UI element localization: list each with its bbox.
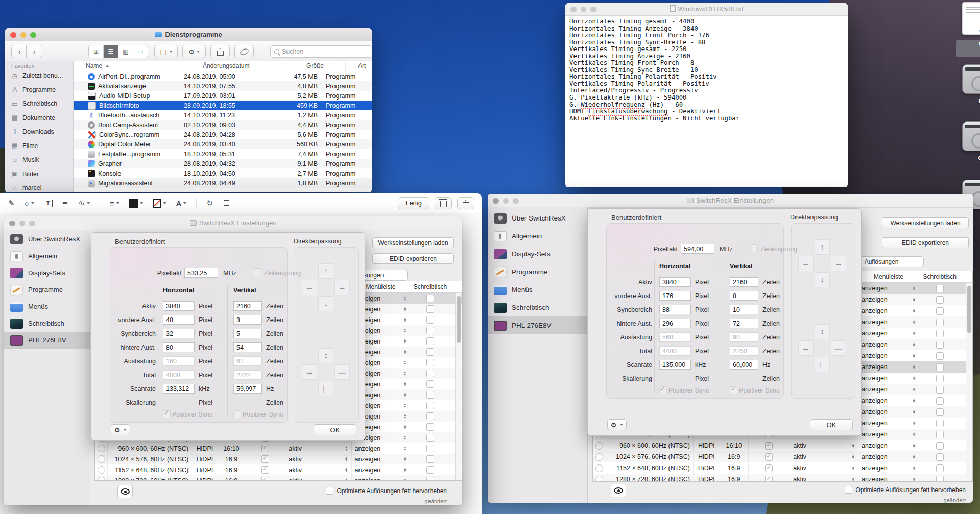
table-row[interactable]: Audio-MIDI-Setup17.09.2019, 03:015,2 MBP…	[74, 91, 372, 101]
sidebar-item--ber-switchresx[interactable]: Über SwitchResX	[488, 209, 587, 227]
stepper-icon[interactable]: ▲▼	[912, 410, 915, 414]
titlebar[interactable]: SwitchResX Einstellungen	[488, 194, 973, 208]
bold-optimized-checkbox[interactable]	[845, 486, 852, 494]
h-scanrate-field[interactable]: 135,000	[659, 360, 691, 370]
resolution-row[interactable]: 960 × 600, 60Hz (NTSC)HiDPI16:10aktiv▲▼a…	[95, 443, 462, 454]
export-edid-button[interactable]: EDID exportieren	[372, 253, 454, 264]
stepper-icon[interactable]: ▲▼	[403, 360, 407, 365]
icon-view-icon[interactable]: ⊞	[89, 45, 104, 58]
sidebar-item[interactable]: AProgramme	[7, 83, 71, 96]
stepper-icon[interactable]: ▲▼	[345, 457, 348, 461]
move-left-button[interactable]: ←	[798, 256, 814, 271]
radio-button[interactable]	[595, 453, 603, 461]
share-button[interactable]	[210, 45, 230, 58]
stepper-icon[interactable]: ▲▼	[852, 444, 855, 448]
ok-button[interactable]: OK	[314, 424, 356, 435]
stepper-icon[interactable]: ▲▼	[912, 455, 915, 459]
column-header-size[interactable]: Größe	[294, 61, 346, 71]
desktop-checkbox[interactable]	[426, 455, 434, 463]
radio-button[interactable]	[98, 445, 105, 452]
h-austastung-field[interactable]: 160	[163, 356, 195, 366]
rotate-icon[interactable]: ↻	[206, 199, 213, 208]
sidebar-item-allgemein[interactable]: Allgemein	[4, 248, 90, 264]
sheet-gear-button[interactable]: ⚙	[607, 419, 627, 430]
v-vordere-aust--field[interactable]: 8	[730, 291, 758, 301]
load-defaults-button[interactable]: Werkseinstellungen laden	[372, 237, 454, 248]
share-button[interactable]	[457, 197, 474, 209]
move-down-button[interactable]: ↓	[318, 296, 333, 311]
stepper-icon[interactable]: ▲▼	[403, 382, 407, 386]
desktop-checkbox[interactable]	[936, 453, 944, 461]
sidebar-item-men-s[interactable]: Menüs	[4, 298, 90, 315]
stepper-icon[interactable]: ▲▼	[403, 478, 407, 481]
stepper-icon[interactable]: ▲▼	[912, 466, 915, 471]
desktop-checkbox[interactable]	[936, 386, 944, 394]
desktop-checkbox[interactable]	[936, 307, 944, 315]
desktop-drive-icon[interactable]	[962, 121, 980, 151]
load-defaults-button[interactable]: Werkseinstellungen laden	[882, 217, 969, 228]
expand-horizontal-button[interactable]: ↔	[302, 364, 317, 380]
table-row[interactable]: AirPort-Di...programm24.08.2019, 05:0047…	[74, 71, 372, 81]
v-total-field[interactable]: 2222	[233, 370, 262, 380]
move-left-button[interactable]: ←	[302, 280, 317, 295]
pixel-clock-field[interactable]: 594,00	[681, 244, 714, 254]
radio-button[interactable]	[98, 455, 105, 463]
fill-color-icon[interactable]	[129, 199, 143, 208]
v-vordere-aust--field[interactable]: 3	[233, 315, 262, 325]
back-button[interactable]: ‹	[11, 45, 28, 58]
table-row[interactable]: Festplatte...programm18.10.2019, 05:317,…	[74, 149, 372, 159]
desktop-checkbox[interactable]	[936, 464, 944, 472]
sidebar-item[interactable]: ⌂marcel	[7, 181, 71, 192]
sidebar-item[interactable]: ▣Bilder	[7, 167, 71, 181]
desktop-checkbox[interactable]	[426, 434, 434, 442]
crop-icon[interactable]	[223, 200, 229, 207]
resolution-row[interactable]: 1152 × 648, 60Hz (NTSC)HiDPI16:9aktiv▲▼a…	[593, 462, 972, 474]
text-window-titlebar[interactable]: Windows10 RX580.txt	[565, 3, 848, 16]
compress-horizontal-button[interactable]: →←	[831, 340, 846, 356]
stepper-icon[interactable]: ▲▼	[912, 421, 915, 426]
group-button[interactable]: ▤	[154, 45, 178, 58]
desktop-checkbox[interactable]	[936, 330, 944, 337]
radio-button[interactable]	[595, 464, 603, 472]
scrollbar[interactable]	[455, 293, 461, 480]
sidebar-item[interactable]: ⇩Downloads	[7, 125, 71, 138]
forward-button[interactable]: ›	[26, 45, 42, 58]
stepper-icon[interactable]: ▲▼	[403, 403, 407, 408]
stepper-icon[interactable]: ▲▼	[912, 387, 915, 392]
v-total-field[interactable]: 2250	[730, 346, 758, 356]
stepper-icon[interactable]: ▲▼	[345, 478, 348, 481]
radio-button[interactable]	[595, 476, 603, 482]
desktop-drive-icon[interactable]	[962, 64, 980, 94]
column-header-kind[interactable]: Art	[346, 61, 372, 71]
ok-button[interactable]: OK	[810, 419, 853, 430]
v-austastung-field[interactable]: 62	[233, 356, 262, 366]
h-vordere-aust--field[interactable]: 176	[659, 291, 691, 301]
move-right-button[interactable]: →	[334, 280, 350, 295]
stepper-icon[interactable]: ▲▼	[403, 371, 407, 376]
compress-vertical-button[interactable]: →←	[318, 381, 333, 396]
desktop-checkbox[interactable]	[426, 466, 434, 474]
desktop-checkbox[interactable]	[426, 359, 434, 366]
stepper-icon[interactable]: ▲▼	[912, 309, 915, 313]
text-box-icon[interactable]: T	[44, 200, 53, 207]
v-scanrate-field[interactable]: 60,000	[730, 360, 758, 370]
highlighter-icon[interactable]: ✒	[62, 199, 69, 208]
active-checkbox[interactable]	[261, 477, 269, 481]
desktop-checkbox[interactable]	[426, 477, 434, 481]
h-austastung-field[interactable]: 560	[659, 332, 691, 342]
desktop-checkbox[interactable]	[426, 445, 434, 452]
resolution-row[interactable]: 1024 × 576, 60Hz (NTSC)HiDPI16:9aktiv▲▼a…	[95, 454, 462, 464]
v-aktiv-field[interactable]: 2160	[730, 277, 758, 287]
desktop-checkbox[interactable]	[936, 319, 944, 326]
stepper-icon[interactable]: ▲▼	[403, 425, 407, 429]
table-row[interactable]: Digital Color Meter24.08.2019, 03:40560 …	[74, 139, 372, 149]
border-color-icon[interactable]	[153, 199, 166, 208]
active-checkbox[interactable]	[261, 455, 269, 463]
v-scanrate-field[interactable]: 59,997	[233, 384, 262, 394]
desktop-checkbox[interactable]	[936, 397, 944, 405]
h-scanrate-field[interactable]: 133,312	[163, 384, 195, 394]
stepper-icon[interactable]: ▲▼	[403, 296, 407, 301]
finder-titlebar[interactable]: Dienstprogramme	[5, 28, 372, 42]
resolution-row[interactable]: 960 × 600, 60Hz (NTSC)HiDPI16:10aktiv▲▼a…	[593, 440, 972, 451]
desktop-checkbox[interactable]	[936, 363, 944, 371]
